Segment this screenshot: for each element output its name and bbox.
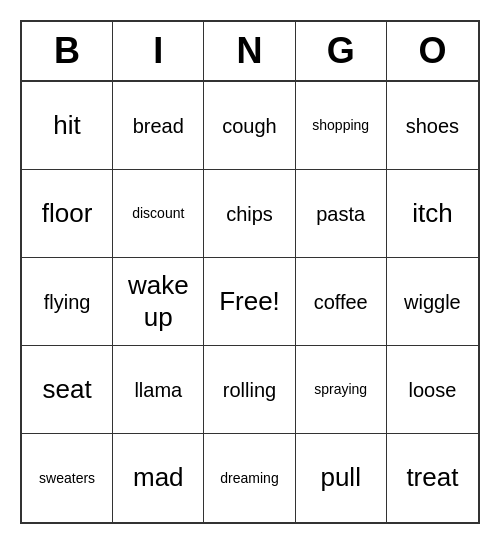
bingo-cell: llama [113, 346, 204, 434]
bingo-cell: sweaters [22, 434, 113, 522]
bingo-cell: discount [113, 170, 204, 258]
bingo-cell: floor [22, 170, 113, 258]
bingo-cell: shopping [296, 82, 387, 170]
header-letter: B [22, 22, 113, 80]
cell-text: sweaters [39, 470, 95, 487]
header-letter: N [204, 22, 295, 80]
bingo-cell: pull [296, 434, 387, 522]
cell-text: flying [44, 290, 91, 314]
cell-text: floor [42, 198, 93, 229]
bingo-cell: bread [113, 82, 204, 170]
bingo-cell: wake up [113, 258, 204, 346]
cell-text: shopping [312, 117, 369, 134]
header-letter: G [296, 22, 387, 80]
cell-text: pasta [316, 202, 365, 226]
bingo-cell: hit [22, 82, 113, 170]
cell-text: bread [133, 114, 184, 138]
header-letter: I [113, 22, 204, 80]
bingo-cell: itch [387, 170, 478, 258]
bingo-cell: shoes [387, 82, 478, 170]
cell-text: spraying [314, 381, 367, 398]
cell-text: treat [406, 462, 458, 493]
bingo-card: BINGO hitbreadcoughshoppingshoesfloordis… [20, 20, 480, 524]
bingo-cell: mad [113, 434, 204, 522]
cell-text: chips [226, 202, 273, 226]
bingo-cell: pasta [296, 170, 387, 258]
cell-text: mad [133, 462, 184, 493]
bingo-cell: loose [387, 346, 478, 434]
cell-text: wake up [128, 270, 189, 332]
cell-text: discount [132, 205, 184, 222]
cell-text: hit [53, 110, 80, 141]
bingo-cell: dreaming [204, 434, 295, 522]
cell-text: shoes [406, 114, 459, 138]
cell-text: pull [320, 462, 360, 493]
cell-text: cough [222, 114, 277, 138]
bingo-cell: spraying [296, 346, 387, 434]
bingo-cell: chips [204, 170, 295, 258]
cell-text: coffee [314, 290, 368, 314]
bingo-cell: Free! [204, 258, 295, 346]
bingo-grid: hitbreadcoughshoppingshoesfloordiscountc… [22, 82, 478, 522]
bingo-cell: seat [22, 346, 113, 434]
cell-text: rolling [223, 378, 276, 402]
header-letter: O [387, 22, 478, 80]
cell-text: loose [408, 378, 456, 402]
bingo-cell: cough [204, 82, 295, 170]
bingo-cell: coffee [296, 258, 387, 346]
cell-text: dreaming [220, 470, 278, 487]
bingo-cell: flying [22, 258, 113, 346]
cell-text: seat [43, 374, 92, 405]
cell-text: Free! [219, 286, 280, 317]
bingo-cell: treat [387, 434, 478, 522]
bingo-cell: rolling [204, 346, 295, 434]
bingo-cell: wiggle [387, 258, 478, 346]
cell-text: wiggle [404, 290, 461, 314]
cell-text: itch [412, 198, 452, 229]
cell-text: llama [134, 378, 182, 402]
bingo-header: BINGO [22, 22, 478, 82]
